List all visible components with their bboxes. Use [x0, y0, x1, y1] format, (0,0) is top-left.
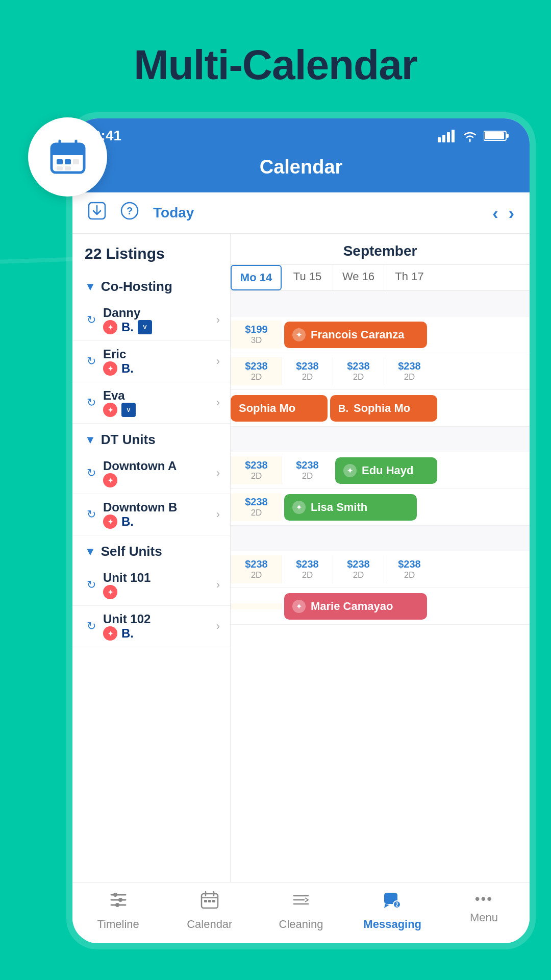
- booking-b-icon: B.: [338, 403, 348, 414]
- nav-messaging-label: Messaging: [363, 918, 421, 931]
- main-content: 22 Listings ▼ Co-Hosting ↻ Danny ✦ B. V: [72, 234, 530, 882]
- cal-row-downtown-a: $238 2D $238 2D ✦ Edu Hayd: [231, 452, 530, 489]
- day-header-tu15: Tu 15: [282, 265, 333, 290]
- platforms-danny: ✦ B. V: [103, 320, 212, 334]
- svg-rect-30: [204, 900, 207, 902]
- bottom-navigation: Timeline Calendar: [72, 882, 530, 943]
- section-chevron-selfunits: ▼: [85, 545, 96, 558]
- day-header-th17: Th 17: [384, 265, 435, 290]
- nav-cleaning-label: Cleaning: [279, 918, 323, 931]
- prev-button[interactable]: ‹: [492, 203, 498, 223]
- cal-cell-dta-mo: $238 2D: [231, 456, 282, 484]
- cal-row-downtown-b: $238 2D ✦ Lisa Smith: [231, 489, 530, 526]
- booking-bar-edu[interactable]: ✦ Edu Hayd: [335, 457, 437, 484]
- status-bar: 9:41: [72, 118, 530, 148]
- section-selfunits[interactable]: ▼ Self Units: [72, 535, 230, 565]
- airbnb-booking-icon: ✦: [292, 501, 306, 514]
- calendar-rows: $199 3D ✦ Francois Caranza: [231, 291, 530, 882]
- section-dtunits[interactable]: ▼ DT Units: [72, 424, 230, 453]
- airbnb-booking-icon: ✦: [343, 464, 357, 477]
- cal-row-unit102: ✦ Marie Camayao: [231, 588, 530, 625]
- download-icon[interactable]: [88, 202, 106, 224]
- floating-calendar-icon: [28, 117, 107, 197]
- booking-bar-francois[interactable]: ✦ Francois Caranza: [284, 322, 427, 348]
- cleaning-icon: [292, 891, 310, 914]
- airbnb-icon: ✦: [103, 585, 117, 599]
- listing-item-eva[interactable]: ↻ Eva ✦ V ›: [72, 382, 230, 424]
- sync-icon-eva: ↻: [87, 396, 96, 409]
- header-title: Calendar: [260, 156, 343, 178]
- listing-arrow: ›: [216, 620, 220, 633]
- svg-point-24: [118, 898, 122, 902]
- cal-row-eric: $238 2D $238 2D $238 2D $238: [231, 353, 530, 390]
- today-button[interactable]: Today: [153, 205, 194, 221]
- booking-guest-name-lisa: Lisa Smith: [311, 501, 367, 514]
- nav-menu-label: Menu: [470, 911, 498, 924]
- nav-timeline-label: Timeline: [97, 918, 139, 931]
- nav-messaging[interactable]: 2 Messaging: [347, 891, 438, 931]
- menu-icon: •••: [475, 891, 493, 907]
- cal-cell-u101-mo: $238 2D: [231, 555, 282, 583]
- cal-row-unit101: $238 2D $238 2D $238 2D $238: [231, 551, 530, 588]
- nav-cleaning[interactable]: Cleaning: [255, 891, 346, 931]
- listing-item-unit102[interactable]: ↻ Unit 102 ✦ B. ›: [72, 606, 230, 647]
- booking-bar-mary[interactable]: Sophia Mo: [231, 395, 328, 422]
- nav-menu[interactable]: ••• Menu: [438, 891, 530, 931]
- airbnb-icon: ✦: [103, 361, 117, 376]
- month-header: September: [231, 234, 530, 265]
- airbnb-icon: ✦: [103, 626, 117, 641]
- phone-frame-wrapper: 9:41: [66, 112, 536, 949]
- svg-rect-13: [452, 130, 455, 142]
- vrbo-icon: V: [121, 403, 136, 417]
- svg-rect-7: [73, 159, 79, 164]
- svg-point-23: [113, 893, 117, 897]
- booking-guest-name-sophia: Sophia Mo: [354, 402, 410, 415]
- booking-icon: B.: [121, 626, 134, 641]
- next-button[interactable]: ›: [509, 203, 514, 223]
- phone-frame: 9:41: [72, 118, 530, 943]
- section-chevron-cohosting: ▼: [85, 280, 96, 293]
- nav-calendar-label: Calendar: [187, 918, 232, 931]
- cal-cell-eric-we: $238 2D: [333, 357, 384, 385]
- listing-item-unit101[interactable]: ↻ Unit 101 ✦ ›: [72, 565, 230, 606]
- listing-arrow: ›: [216, 396, 220, 409]
- nav-timeline[interactable]: Timeline: [72, 891, 164, 931]
- listing-item-downtown-a[interactable]: ↻ Downtown A ✦ ›: [72, 453, 230, 494]
- svg-rect-15: [485, 132, 504, 139]
- listing-arrow: ›: [216, 467, 220, 480]
- svg-rect-11: [442, 135, 445, 142]
- booking-bar-sophia[interactable]: B. Sophia Mo: [330, 395, 437, 422]
- cal-cell-u101-tu: $238 2D: [282, 555, 333, 583]
- listing-item-danny[interactable]: ↻ Danny ✦ B. V ›: [72, 300, 230, 341]
- cal-cell-eric-tu: $238 2D: [282, 357, 333, 385]
- sync-icon-downtown-b: ↻: [87, 508, 96, 521]
- booking-guest-name-edu: Edu Hayd: [362, 464, 413, 477]
- price-danny: $199: [245, 324, 268, 335]
- cal-row-eva: Sophia Mo B. Sophia Mo: [231, 390, 530, 427]
- cal-cell-u101-th: $238 2D: [384, 555, 435, 583]
- listing-item-eric[interactable]: ↻ Eric ✦ B. ›: [72, 341, 230, 382]
- listings-sidebar: 22 Listings ▼ Co-Hosting ↻ Danny ✦ B. V: [72, 234, 231, 882]
- cal-section-dtunits: [231, 427, 530, 452]
- airbnb-icon: ✦: [103, 473, 117, 487]
- svg-text:2: 2: [395, 902, 398, 908]
- svg-rect-32: [212, 900, 215, 902]
- sync-icon-unit101: ↻: [87, 578, 96, 592]
- help-icon[interactable]: ?: [120, 202, 139, 224]
- airbnb-icon: ✦: [103, 514, 117, 529]
- booking-bar-lisa[interactable]: ✦ Lisa Smith: [284, 494, 417, 521]
- listing-arrow: ›: [216, 355, 220, 368]
- platforms-downtown-a: ✦: [103, 473, 212, 487]
- booking-guest-name-mary: Sophia Mo: [239, 402, 295, 415]
- cal-cell-eric-th: $238 2D: [384, 357, 435, 385]
- cal-cell-dta-tu: $238 2D: [282, 456, 333, 484]
- calendar-nav: ‹ ›: [492, 203, 514, 223]
- day-headers: Mo 14 Tu 15 We 16 Th 17: [231, 265, 530, 291]
- listings-count: 22 Listings: [72, 234, 230, 271]
- booking-bar-marie[interactable]: ✦ Marie Camayao: [284, 593, 427, 620]
- listing-item-downtown-b[interactable]: ↻ Downtown B ✦ B. ›: [72, 494, 230, 535]
- section-cohosting[interactable]: ▼ Co-Hosting: [72, 271, 230, 300]
- platforms-eva: ✦ V: [103, 403, 212, 417]
- sync-icon-unit102: ↻: [87, 620, 96, 633]
- nav-calendar[interactable]: Calendar: [164, 891, 255, 931]
